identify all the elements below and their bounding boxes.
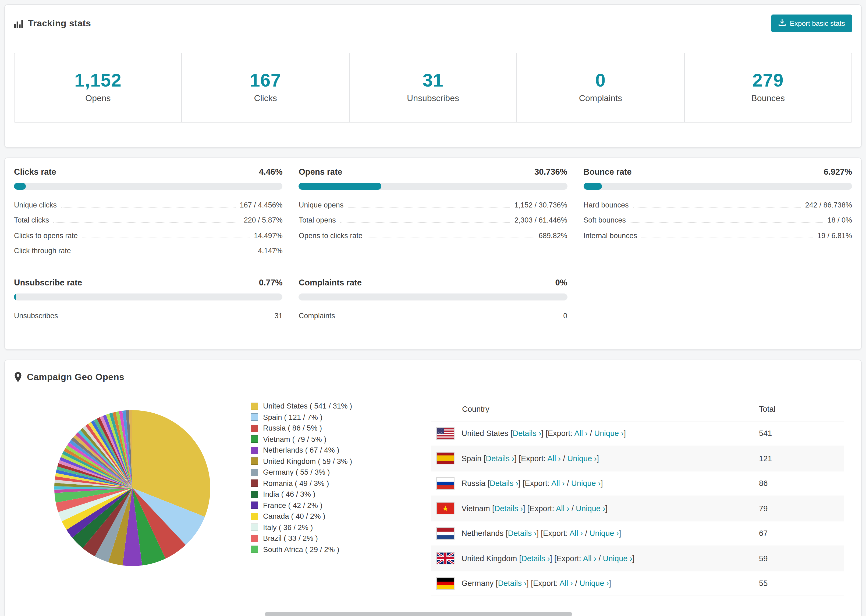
export-all-link[interactable]: All ›: [569, 529, 583, 538]
stat-row-total-clicks: Total clicks220 / 5.87%: [14, 212, 283, 227]
dotted-leader: [348, 207, 510, 207]
export-unique-link[interactable]: Unique ›: [571, 479, 601, 488]
export-unique-link[interactable]: Unique ›: [576, 504, 605, 513]
tracking-stats-page: Tracking stats Export basic stats 1,152O…: [0, 0, 866, 616]
column-header-country: Country: [436, 405, 759, 413]
legend-label: Brazil ( 33 / 2% ): [263, 534, 318, 543]
details-link[interactable]: Details ›: [494, 504, 523, 513]
summary-label: Clicks: [182, 92, 349, 105]
legend-swatch: [251, 436, 258, 443]
legend-swatch: [251, 425, 258, 432]
export-prefix: Export:: [529, 504, 556, 513]
details-link[interactable]: Details ›: [486, 454, 514, 463]
export-unique-link[interactable]: Unique ›: [594, 429, 624, 438]
column-header-total: Total: [759, 405, 839, 413]
rate-progressbar: [14, 183, 283, 190]
gb-flag-icon: [436, 552, 455, 565]
legend-swatch: [251, 458, 258, 465]
legend-item-spain: Spain ( 121 / 7% ): [251, 412, 401, 423]
legend-label: Vietnam ( 79 / 5% ): [263, 435, 326, 443]
geo-opens-card: Campaign Geo Opens United States ( 541 /…: [4, 359, 862, 616]
country-name: Netherlands: [461, 529, 505, 538]
details-link[interactable]: Details ›: [521, 554, 550, 563]
stat-label: Clicks to opens rate: [14, 229, 78, 242]
country-total: 79: [759, 504, 839, 513]
nl-flag-icon: [436, 527, 455, 540]
legend-swatch: [251, 469, 258, 476]
dotted-leader: [339, 317, 559, 318]
tracking-stats-card: Tracking stats Export basic stats 1,152O…: [4, 4, 862, 148]
summary-stats-row: 1,152Opens167Clicks31Unsubscribes0Compla…: [14, 53, 852, 123]
legend-swatch: [251, 480, 258, 487]
export-all-link[interactable]: All ›: [551, 479, 565, 488]
tracking-stats-title: Tracking stats: [14, 18, 91, 29]
export-all-link[interactable]: All ›: [556, 504, 569, 513]
country-name: United Kingdom: [461, 554, 519, 563]
summary-value: 0: [517, 69, 684, 91]
pie-legend: United States ( 541 / 31% )Spain ( 121 /…: [251, 401, 401, 555]
summary-label: Unsubscribes: [350, 92, 516, 105]
stat-row-unsubscribes: Unsubscribes31: [14, 307, 283, 322]
separator-text: /: [587, 429, 594, 438]
rate-title: Complaints rate: [299, 278, 362, 288]
summary-bounces: 279Bounces: [684, 53, 852, 122]
export-unique-link[interactable]: Unique ›: [567, 454, 597, 463]
stat-row-unique-opens: Unique opens1,152 / 30.736%: [299, 196, 567, 212]
stat-value: 220 / 5.87%: [244, 214, 283, 227]
bracket-text: ] [: [527, 579, 533, 588]
de-flag-icon: [436, 577, 455, 590]
rate-title: Unsubscribe rate: [14, 278, 82, 288]
summary-value: 279: [685, 69, 852, 91]
export-unique-link[interactable]: Unique ›: [603, 554, 633, 563]
bracket-text: ] [: [523, 504, 529, 513]
stat-label: Internal bounces: [583, 229, 637, 242]
stat-label: Click through rate: [14, 245, 71, 258]
stat-label: Total clicks: [14, 214, 49, 227]
export-basic-stats-button[interactable]: Export basic stats: [772, 14, 852, 32]
export-all-link[interactable]: All ›: [559, 579, 573, 588]
stat-row-unique-clicks: Unique clicks167 / 4.456%: [14, 196, 283, 212]
export-unique-link[interactable]: Unique ›: [579, 579, 609, 588]
stat-label: Unique opens: [299, 199, 344, 212]
country-total: 86: [759, 479, 839, 488]
export-all-link[interactable]: All ›: [547, 454, 561, 463]
bracket-text: ] [: [542, 429, 548, 438]
dotted-leader: [633, 207, 801, 207]
details-link[interactable]: Details ›: [490, 479, 518, 488]
country-name: Vietnam: [461, 504, 492, 513]
card-title-text: Campaign Geo Opens: [27, 372, 124, 382]
summary-opens: 1,152Opens: [14, 53, 181, 122]
rate-percent: 0%: [555, 278, 567, 288]
summary-label: Complaints: [517, 92, 684, 105]
export-unique-link[interactable]: Unique ›: [589, 529, 619, 538]
details-link[interactable]: Details ›: [508, 529, 537, 538]
export-icon: [779, 19, 786, 28]
rate-progressbar: [299, 183, 567, 190]
horizontal-scrollbar-thumb[interactable]: [265, 612, 572, 616]
bracket-text: ] [: [518, 479, 525, 488]
bracket-text: [: [492, 504, 494, 513]
stat-label: Complaints: [299, 310, 335, 322]
legend-swatch: [251, 513, 258, 520]
rate-percent: 30.736%: [534, 167, 567, 177]
export-all-link[interactable]: All ›: [583, 554, 596, 563]
details-link[interactable]: Details ›: [513, 429, 541, 438]
geo-table-row-russia: Russia [Details ›] [Export: All › / Uniq…: [431, 471, 844, 496]
details-link[interactable]: Details ›: [498, 579, 526, 588]
export-button-label: Export basic stats: [790, 19, 845, 27]
ru-flag-icon: [436, 477, 455, 490]
bracket-text: ]: [601, 479, 603, 488]
legend-swatch: [251, 491, 258, 498]
legend-item-netherlands: Netherlands ( 67 / 4% ): [251, 445, 401, 456]
legend-item-united-kingdom: United Kingdom ( 59 / 3% ): [251, 456, 401, 467]
legend-swatch: [251, 546, 258, 553]
rate-title: Bounce rate: [583, 167, 631, 177]
geo-table-row-germany: Germany [Details ›] [Export: All › / Uni…: [431, 571, 844, 596]
rate-progressbar: [299, 294, 567, 300]
stat-row-complaints: Complaints0: [299, 307, 567, 322]
legend-label: United States ( 541 / 31% ): [263, 402, 352, 410]
export-all-link[interactable]: All ›: [574, 429, 587, 438]
rate-clicks-rate: Clicks rate4.46%Unique clicks167 / 4.456…: [14, 167, 283, 258]
summary-complaints: 0Complaints: [516, 53, 684, 122]
geo-table-row-spain: Spain [Details ›] [Export: All › / Uniqu…: [431, 446, 844, 471]
